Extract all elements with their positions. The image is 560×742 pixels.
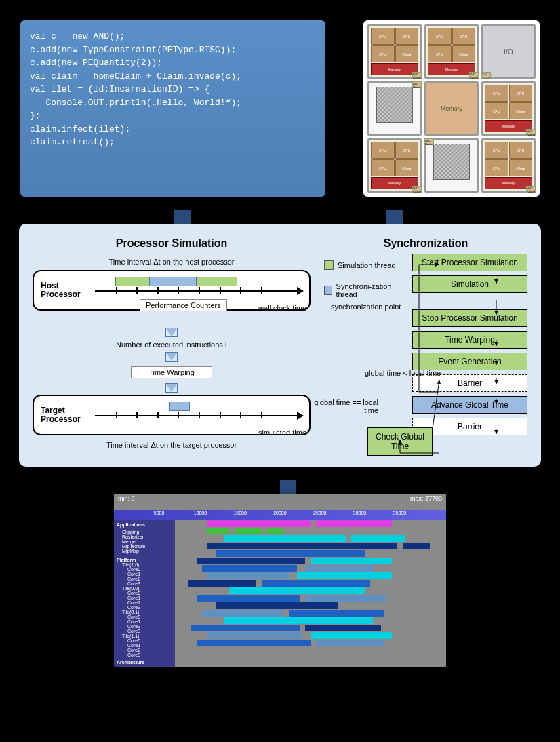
sync-point-label: synchronization point — [331, 302, 401, 311]
flow-eg: Event Generation — [412, 353, 527, 370]
legend-sim-label: Simulation thread — [338, 261, 396, 269]
processor-simulation-column: Processor Simulation Time interval Δt on… — [33, 237, 311, 453]
legend-sync-swatch — [324, 286, 332, 295]
flow-column: Start Processor Simulation Simulation sy… — [412, 254, 527, 440]
thread-legend: Simulation thread Synchroni-zation threa… — [324, 258, 399, 301]
time-warping-box: Time Warping — [131, 366, 212, 378]
trace-visualization: min: 0 max: 37790 5000100001500020000250… — [114, 494, 446, 667]
down-arrow-2 — [166, 353, 177, 361]
legend-sync-label: Synchroni-zation thread — [336, 282, 399, 298]
down-arrow-3 — [166, 384, 177, 392]
flow-tw: Time Warping — [412, 331, 527, 349]
simulation-main-panel: Processor Simulation Time interval Δt on… — [19, 224, 541, 467]
target-label: Target Processor — [41, 406, 89, 424]
trace-gantt — [175, 520, 446, 667]
architecture-grid: CPUCPU CPUi-Core Memory NoC Router CPUCP… — [363, 20, 540, 197]
caption-host-interval: Time interval Δt on the host processor — [33, 258, 311, 266]
host-blue-bar — [149, 277, 197, 286]
trace-min: min: 0 — [118, 495, 135, 509]
trace-max: max: 37790 — [410, 495, 442, 509]
sync-title: Synchronization — [324, 237, 527, 250]
flow-sim: Simulation — [412, 275, 527, 293]
down-arrow-1 — [166, 328, 177, 336]
flow-start: Start Processor Simulation — [412, 254, 527, 271]
host-label: Host Processor — [41, 281, 89, 299]
cond-lt-label: global time < local time — [365, 369, 441, 377]
caption-target-interval: Time interval Δt on the target processor — [33, 441, 311, 449]
num-instructions-label: Number of executed instructions I — [33, 340, 311, 349]
legend-sim-swatch — [324, 260, 334, 270]
synchronization-column: Synchronization Simulation thread Synchr… — [324, 237, 527, 453]
trace-ruler: 5000100001500020000250003000035000 — [114, 510, 446, 520]
proc-sim-title: Processor Simulation — [33, 237, 311, 250]
code-snippet-box: val c = new AND(); c.add(new TypeConstra… — [20, 20, 325, 197]
target-blue-bar — [169, 402, 190, 411]
code-lines: val c = new AND(); c.add(new TypeConstra… — [30, 30, 316, 149]
target-timeline — [95, 402, 302, 429]
sim-time-label: simulated time — [33, 429, 311, 437]
trace-sidebar: ApplicationsClippingRasterizerMergerMipT… — [114, 520, 175, 667]
perf-counters-box: Performance Counters — [140, 299, 227, 311]
cond-eq-label: global time == local time — [311, 398, 378, 414]
flow-check: Check Global Time — [367, 427, 433, 456]
flow-advance: Advance Global Time — [412, 396, 527, 414]
flow-stop: Stop Processor Simulation — [412, 309, 527, 327]
